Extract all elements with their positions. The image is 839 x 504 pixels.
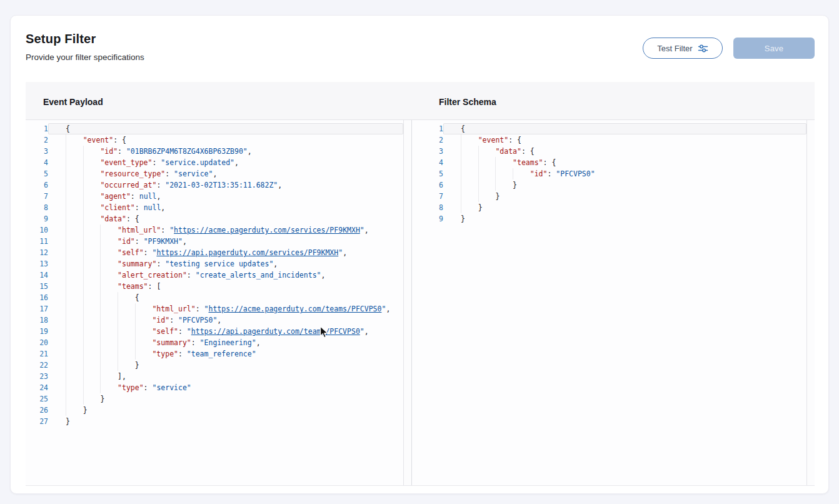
filter-sliders-icon (698, 43, 708, 54)
indent-guide (66, 371, 83, 382)
code-token: "self" (118, 248, 144, 257)
code-token: , (364, 226, 369, 234)
code-token: "2021-03-02T13:35:11.682Z" (165, 181, 278, 189)
code-line[interactable]: 1{ (26, 123, 403, 134)
line-number: 9 (26, 213, 48, 224)
code-line[interactable]: 3"data": { (412, 146, 806, 157)
indent-guide (66, 146, 83, 157)
code-token: , (248, 147, 252, 156)
indent-guide (83, 213, 101, 224)
code-token: "data" (100, 214, 126, 223)
code-line[interactable]: 12"self": "https://api.pagerduty.com/ser… (26, 247, 403, 258)
code-line[interactable]: 10"html_url": "https://acme.pagerduty.co… (26, 224, 403, 236)
code-line[interactable]: 13"summary": "testing service updates", (26, 258, 403, 270)
line-number: 4 (412, 157, 443, 168)
indent-guide (461, 179, 478, 191)
code-token: "testing service updates" (165, 260, 273, 268)
indent-guide (83, 348, 101, 360)
code-line[interactable]: 20"summary": "Engineering", (26, 337, 403, 348)
code-line[interactable]: 7"agent": null, (26, 191, 403, 202)
code-line[interactable]: 4"event_type": "service.updated", (26, 157, 403, 168)
indent-guide (66, 179, 83, 191)
code-line[interactable]: 17"html_url": "https://acme.pagerduty.co… (26, 303, 403, 315)
scrollbar-track[interactable] (403, 120, 411, 485)
code-token: : (156, 260, 165, 268)
code-token: , (321, 271, 326, 280)
code-line[interactable]: 6"occurred_at": "2021-03-02T13:35:11.682… (26, 179, 403, 191)
indent-guide (478, 179, 496, 191)
code-line[interactable]: 2"event": { (26, 134, 403, 146)
test-filter-button[interactable]: Test Filter (643, 38, 723, 59)
line-number: 9 (412, 213, 443, 224)
indent-guide (461, 191, 478, 202)
code-line[interactable]: 25} (26, 393, 403, 405)
indent-guide (83, 382, 101, 393)
code-token: : { (113, 136, 126, 144)
code-line[interactable]: 24"type": "service" (26, 382, 403, 393)
indent-guide (118, 315, 135, 326)
code-line[interactable]: 8"client": null, (26, 202, 403, 213)
code-token: , (161, 203, 165, 212)
code-line[interactable]: 18"id": "PFCVPS0", (26, 315, 403, 326)
indent-guide (66, 168, 83, 179)
indent-guide (135, 337, 153, 348)
indent-guide (478, 157, 496, 168)
json-link[interactable]: https://acme.pagerduty.com/services/PF9K… (174, 226, 360, 234)
indent-guide (100, 382, 118, 393)
save-button[interactable]: Save (733, 38, 815, 59)
code-lines: 1{2"event": {3"data": {4"teams": {5"id":… (412, 123, 806, 224)
code-line[interactable]: 14"alert_creation": "create_alerts_and_i… (26, 270, 403, 281)
code-line[interactable]: 3"id": "01BRB6ZP4M6T8ZG4X6BP63ZB90", (26, 146, 403, 157)
page-title: Setup Filter (26, 32, 96, 46)
code-line[interactable]: 1{ (412, 123, 806, 134)
code-line[interactable]: 5"resource_type": "service", (26, 168, 403, 179)
code-token: null (144, 203, 161, 212)
code-token: "resource_type" (100, 169, 165, 178)
indent-guide (83, 168, 101, 179)
test-filter-button-label: Test Filter (657, 44, 692, 53)
code-line[interactable]: 4"teams": { (412, 157, 806, 168)
code-line[interactable]: 7} (412, 191, 806, 202)
code-token: , (278, 181, 282, 189)
code-line[interactable]: 2"event": { (412, 134, 806, 146)
code-line[interactable]: 8} (412, 202, 806, 213)
line-number: 15 (26, 281, 48, 292)
code-line[interactable]: 19"self": "https://api.pagerduty.com/tea… (26, 326, 403, 337)
code-line[interactable]: 27} (26, 416, 403, 427)
indent-guide (83, 224, 101, 236)
code-token: ], (118, 372, 126, 381)
code-token: : (161, 226, 169, 234)
code-line[interactable]: 26} (26, 405, 403, 416)
code-line[interactable]: 5"id": "PFCVPS0" (412, 168, 806, 179)
code-line[interactable]: 16{ (26, 292, 403, 303)
event-payload-editor[interactable]: 1{2"event": {3"id": "01BRB6ZP4M6T8ZG4X6B… (26, 120, 412, 485)
indent-guide (478, 168, 496, 179)
indent-guide (83, 247, 101, 258)
filter-schema-editor[interactable]: 1{2"event": {3"data": {4"teams": {5"id":… (412, 120, 815, 485)
json-link[interactable]: https://api.pagerduty.com/teams/PFCVPS0 (191, 327, 360, 336)
code-line[interactable]: 11"id": "PF9KMXH", (26, 236, 403, 247)
indent-guide (100, 224, 118, 236)
json-link[interactable]: https://api.pagerduty.com/services/PF9KM… (156, 248, 338, 257)
code-line[interactable]: 9} (412, 213, 806, 224)
setup-filter-card: Setup Filter Provide your filter specifi… (10, 15, 829, 494)
code-line[interactable]: 23], (26, 371, 403, 382)
line-number: 19 (26, 326, 48, 337)
indent-guide (66, 303, 83, 315)
code-token: "create_alerts_and_incidents" (196, 271, 321, 280)
code-token: "PF9KMXH" (144, 237, 183, 246)
code-token: "teams" (513, 158, 543, 167)
code-line[interactable]: 22} (26, 360, 403, 371)
code-token: "service" (174, 169, 213, 178)
scrollbar-track[interactable] (806, 120, 815, 485)
code-line[interactable]: 15"teams": [ (26, 281, 403, 292)
indent-guide (118, 292, 135, 303)
code-line[interactable]: 9"data": { (26, 213, 403, 224)
code-line[interactable]: 6} (412, 179, 806, 191)
code-token: } (135, 361, 139, 370)
code-token: "id" (152, 316, 169, 325)
line-number: 6 (412, 179, 443, 191)
line-number: 14 (26, 270, 48, 281)
json-link[interactable]: https://acme.pagerduty.com/teams/PFCVPS0 (208, 305, 381, 313)
code-line[interactable]: 21"type": "team_reference" (26, 348, 403, 360)
